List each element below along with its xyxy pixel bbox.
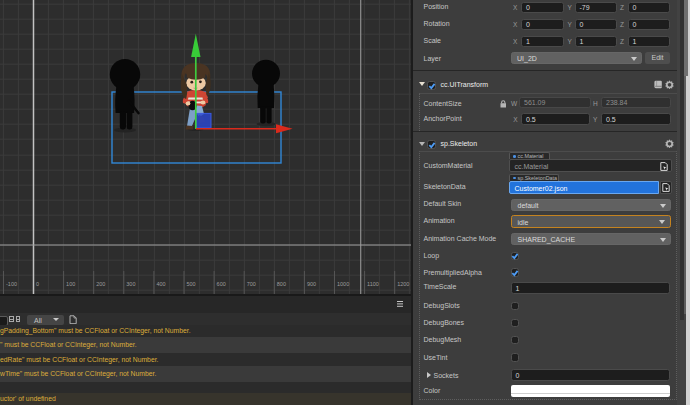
- svg-text:1200: 1200: [397, 281, 409, 287]
- svg-text:900: 900: [307, 281, 316, 287]
- svg-text:1000: 1000: [337, 281, 349, 287]
- svg-text:200: 200: [96, 281, 105, 287]
- svg-text:100: 100: [66, 281, 75, 287]
- svg-text:400: 400: [156, 281, 165, 287]
- svg-text:300: 300: [126, 281, 135, 287]
- svg-text:500: 500: [187, 281, 196, 287]
- svg-text:700: 700: [247, 281, 256, 287]
- svg-text:0: 0: [36, 281, 39, 287]
- svg-text:800: 800: [277, 281, 286, 287]
- svg-text:1100: 1100: [367, 281, 379, 287]
- svg-text:-100: -100: [6, 281, 17, 287]
- svg-text:600: 600: [217, 281, 226, 287]
